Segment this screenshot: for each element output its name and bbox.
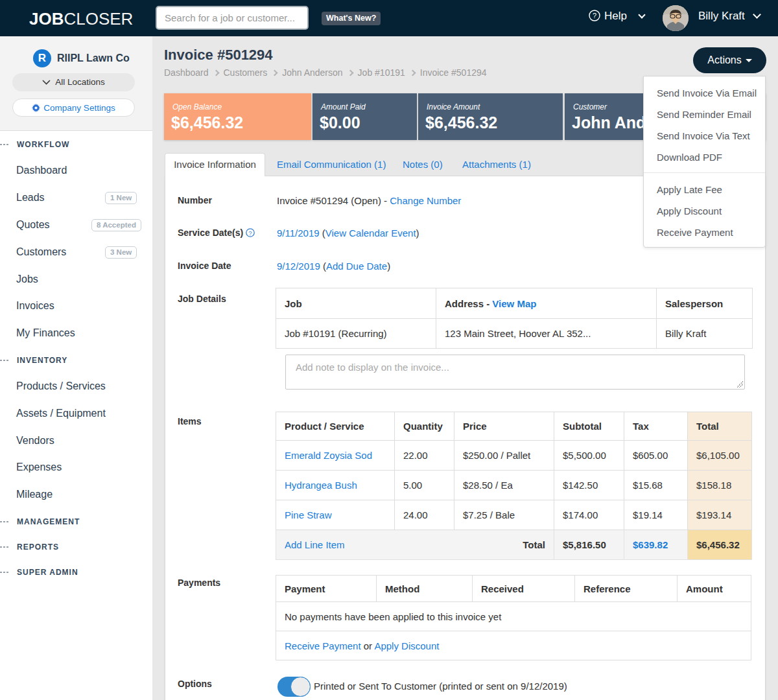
svg-text:?: ? — [593, 12, 596, 19]
svg-text:?: ? — [248, 229, 252, 237]
